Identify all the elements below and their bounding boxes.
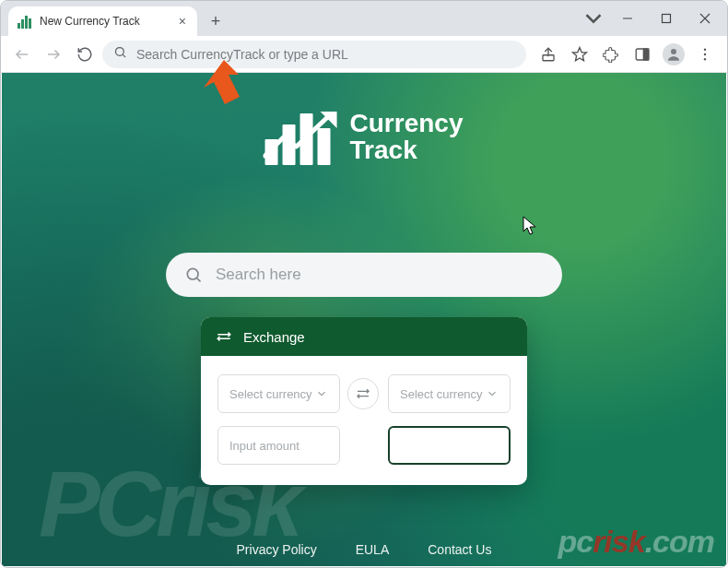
tab-title: New Currency Track — [40, 15, 170, 28]
nav-back-button[interactable] — [8, 41, 36, 68]
browser-tab[interactable]: New Currency Track × — [8, 6, 197, 36]
window-controls — [580, 1, 723, 36]
swap-icon — [356, 386, 370, 401]
svg-rect-13 — [644, 49, 649, 60]
svg-point-6 — [116, 48, 124, 56]
kebab-menu-button[interactable] — [690, 41, 720, 68]
amount-placeholder: Input amount — [229, 439, 299, 453]
minimize-button[interactable] — [609, 5, 646, 32]
exchange-card: Exchange Select currency Select currency… — [201, 317, 527, 485]
from-currency-placeholder: Select currency — [229, 387, 312, 401]
svg-point-20 — [187, 268, 198, 279]
avatar-icon — [663, 43, 685, 65]
footer-links: Privacy Policy EULA Contact Us — [237, 542, 492, 557]
favicon-icon — [18, 14, 32, 29]
new-tab-button[interactable]: + — [203, 8, 229, 34]
tab-search-button[interactable] — [580, 5, 607, 32]
svg-rect-1 — [663, 15, 671, 23]
search-icon — [184, 266, 203, 284]
footer-eula-link[interactable]: EULA — [356, 542, 390, 557]
maximize-button[interactable] — [648, 5, 685, 32]
logo-mark-icon — [265, 108, 337, 165]
browser-window: New Currency Track × + — [0, 0, 728, 568]
to-currency-placeholder: Select currency — [400, 387, 483, 401]
to-currency-select[interactable]: Select currency — [388, 374, 511, 413]
page-search-bar[interactable] — [166, 253, 562, 297]
chevron-down-icon — [315, 387, 328, 400]
chevron-down-icon — [486, 387, 499, 400]
svg-marker-22 — [523, 217, 535, 234]
swap-currencies-button[interactable] — [347, 378, 379, 409]
brand-line1: Currency — [350, 110, 464, 136]
footer-privacy-link[interactable]: Privacy Policy — [237, 542, 317, 557]
svg-marker-18 — [204, 60, 240, 104]
amount-input[interactable]: Input amount — [217, 426, 340, 465]
brand-line2: Track — [350, 136, 464, 163]
reload-button[interactable] — [71, 41, 99, 68]
bookmark-star-button[interactable] — [565, 41, 594, 68]
toolbar-right-icons — [534, 41, 720, 68]
svg-point-14 — [671, 49, 676, 54]
tab-close-button[interactable]: × — [177, 13, 188, 30]
page-search-input[interactable] — [216, 266, 544, 284]
svg-point-17 — [704, 58, 706, 60]
browser-toolbar — [1, 36, 727, 73]
svg-point-16 — [704, 53, 706, 54]
side-panel-button[interactable] — [628, 41, 657, 68]
page-content: Currency Track Exchange Select currency — [2, 73, 726, 566]
search-icon — [113, 45, 127, 63]
tab-strip: New Currency Track × + — [1, 1, 727, 36]
omnibox-input[interactable] — [136, 47, 515, 62]
exchange-title: Exchange — [243, 329, 305, 345]
svg-point-15 — [704, 48, 706, 50]
share-button[interactable] — [534, 41, 563, 68]
svg-marker-10 — [573, 47, 587, 60]
from-currency-select[interactable]: Select currency — [217, 374, 340, 413]
footer-contact-link[interactable]: Contact Us — [428, 542, 491, 557]
svg-line-7 — [123, 54, 125, 57]
exchange-card-header: Exchange — [201, 317, 527, 356]
result-output — [388, 426, 511, 465]
address-bar[interactable] — [102, 41, 526, 68]
mouse-cursor-icon — [523, 216, 537, 236]
brand-logo: Currency Track — [265, 108, 464, 165]
extensions-button[interactable] — [596, 41, 626, 68]
close-window-button[interactable] — [687, 5, 723, 32]
svg-line-21 — [197, 278, 201, 282]
nav-forward-button[interactable] — [40, 41, 67, 68]
brand-name: Currency Track — [350, 110, 464, 164]
exchange-card-body: Select currency Select currency Input am… — [201, 356, 527, 485]
exchange-icon — [216, 328, 232, 345]
profile-button[interactable] — [659, 41, 688, 68]
annotation-arrow-icon — [194, 58, 241, 109]
